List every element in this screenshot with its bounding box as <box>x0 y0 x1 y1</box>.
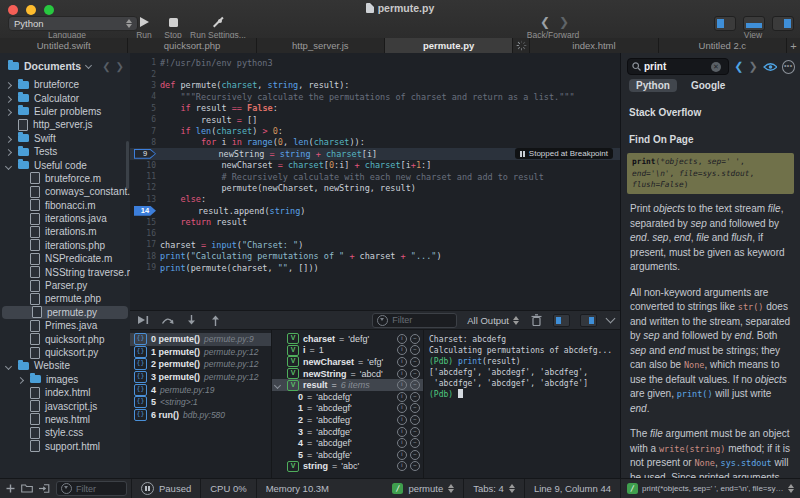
folder-calculator[interactable]: Calculator <box>0 91 130 104</box>
file-index-html[interactable]: index.html <box>0 386 130 399</box>
file-nsstring-traverse-m[interactable]: NSString traverse.m <box>0 265 130 278</box>
tab-untitled-swift[interactable]: Untitled.swift <box>0 38 128 53</box>
line-number-10[interactable]: 10 <box>130 161 160 170</box>
forward-button[interactable]: ❯ <box>559 15 569 29</box>
line-number-7[interactable]: 7 <box>130 127 160 136</box>
line-number-6[interactable]: 6 <box>130 115 160 124</box>
info-icon[interactable]: i <box>397 357 407 367</box>
line-number-17[interactable]: 17 <box>130 240 160 249</box>
file-quicksort-php[interactable]: quicksort.php <box>0 332 130 345</box>
stack-frame-4[interactable]: {}4permute.py:19 <box>130 383 271 396</box>
clear-search-icon[interactable]: ✕ <box>711 62 721 72</box>
chevron-right-icon[interactable] <box>4 93 13 104</box>
remove-icon[interactable]: − <box>410 450 420 460</box>
tab-untitled-2-c[interactable]: Untitled 2.c <box>659 38 787 53</box>
output-mode-select[interactable]: All Output <box>467 315 519 326</box>
remove-icon[interactable]: − <box>410 369 420 379</box>
new-folder-button[interactable] <box>21 484 33 493</box>
doc-search-field[interactable]: ✕ <box>627 58 729 75</box>
run-button[interactable] <box>136 15 152 29</box>
stack-frame-0[interactable]: {}0 permute()permute.py:9 <box>130 333 271 346</box>
continue-button[interactable] <box>136 313 150 327</box>
line-number-8[interactable]: 8 <box>130 138 160 147</box>
run-target-select[interactable]: ∕ permute <box>383 479 463 498</box>
chevron-right-icon[interactable] <box>16 374 25 385</box>
line-number-19[interactable]: 19 <box>130 263 160 272</box>
file-bruteforce-m[interactable]: bruteforce.m <box>0 172 130 185</box>
tab-stack-overflow[interactable]: Stack Overflow <box>629 106 701 119</box>
stack-frame-2[interactable]: {}2 permute()permute.py:12 <box>130 358 271 371</box>
file-javascript-js[interactable]: javascript.js <box>0 399 130 412</box>
file-iterations-m[interactable]: iterations.m <box>0 225 130 238</box>
info-icon[interactable]: i <box>397 345 407 355</box>
stack-frame-6[interactable]: {}6 run()bdb.py:580 <box>130 409 271 422</box>
doc-back-button[interactable]: ❮ <box>734 60 743 73</box>
info-icon[interactable]: i <box>397 369 407 379</box>
variable-3[interactable]: 3='abcdfge'i− <box>272 426 423 438</box>
step-out-button[interactable] <box>208 313 222 327</box>
variable-newstring[interactable]: VnewString='abcd'i− <box>272 368 423 380</box>
line-number-9[interactable]: 9 <box>130 149 157 159</box>
stop-button[interactable] <box>166 15 180 29</box>
info-icon[interactable]: i <box>397 450 407 460</box>
line-number-1[interactable]: 1 <box>130 58 160 67</box>
doc-forward-button[interactable]: ❯ <box>748 60 757 73</box>
variable-1[interactable]: 1='abcdegf'i− <box>272 403 423 415</box>
file-parser-py[interactable]: Parser.py <box>0 279 130 292</box>
step-into-button[interactable] <box>184 313 198 327</box>
line-number-2[interactable]: 2 <box>130 70 160 79</box>
stack-frame-3[interactable]: {}3 permute()permute.py:12 <box>130 371 271 384</box>
line-number-18[interactable]: 18 <box>130 252 160 261</box>
add-file-button[interactable] <box>6 484 15 493</box>
line-number-11[interactable]: 11 <box>130 172 160 181</box>
file-quicksort-py[interactable]: quicksort.py <box>0 346 130 359</box>
variable-2[interactable]: 2='abcdfeg'i− <box>272 414 423 426</box>
sidebar-scrollbar[interactable] <box>126 141 129 189</box>
console-filter-input[interactable] <box>392 315 452 325</box>
file-permute-py[interactable]: permute.py <box>2 306 128 319</box>
language-select[interactable]: Python <box>8 16 138 31</box>
tab-index-html[interactable]: index.html <box>530 38 658 53</box>
sidebar-forward-icon[interactable]: ❯ <box>116 61 124 72</box>
more-options-button[interactable]: ••• <box>782 60 795 74</box>
line-number-14[interactable]: 14 <box>130 206 157 216</box>
variable-0[interactable]: 0='abcdefg'i− <box>272 391 423 403</box>
tab-http-server-js[interactable]: http_server.js <box>257 38 385 53</box>
remove-icon[interactable]: − <box>410 380 420 390</box>
variable-5[interactable]: 5='abcdgfe'i− <box>272 449 423 461</box>
file-iterations-java[interactable]: iterations.java <box>0 212 130 225</box>
remove-icon[interactable]: − <box>410 357 420 367</box>
line-number-15[interactable]: 15 <box>130 218 160 227</box>
folder-tests[interactable]: Tests <box>0 145 130 158</box>
remove-icon[interactable]: − <box>410 403 420 413</box>
tab-find-on-page[interactable]: Find On Page <box>629 133 792 146</box>
remove-icon[interactable]: − <box>410 461 420 471</box>
import-file-button[interactable] <box>39 484 50 493</box>
remove-icon[interactable]: − <box>410 392 420 402</box>
chevron-down-icon[interactable] <box>4 360 13 371</box>
line-number-3[interactable]: 3 <box>130 81 160 90</box>
run-settings-button[interactable] <box>210 15 226 29</box>
doc-search-input[interactable] <box>644 61 708 72</box>
line-number-16[interactable]: 16 <box>130 229 160 238</box>
step-over-button[interactable] <box>160 313 174 327</box>
console-filter-field[interactable] <box>372 313 457 328</box>
stack-frame-1[interactable]: {}1 permute()permute.py:12 <box>130 346 271 359</box>
file-iterations-php[interactable]: iterations.php <box>0 239 130 252</box>
line-number-13[interactable]: 13 <box>130 195 160 204</box>
info-icon[interactable]: i <box>397 334 407 344</box>
remove-icon[interactable]: − <box>410 415 420 425</box>
clear-console-button[interactable] <box>529 313 543 327</box>
info-icon[interactable]: i <box>397 415 407 425</box>
file-style-css[interactable]: style.css <box>0 426 130 439</box>
info-icon[interactable]: i <box>397 403 407 413</box>
tab-size-select[interactable]: Tabs: 4 <box>463 479 524 498</box>
variable-4[interactable]: 4='abcdgef'i− <box>272 437 423 449</box>
back-button[interactable]: ❮ <box>540 15 550 29</box>
chevron-right-icon[interactable] <box>4 79 13 90</box>
sidebar-header[interactable]: Documents ❮ ❯ <box>0 53 130 76</box>
toggle-debug-right-pane-button[interactable] <box>580 314 597 327</box>
variable-result[interactable]: Vresult=6 itemsi− <box>272 379 423 391</box>
toggle-console-panel-button[interactable] <box>743 16 765 31</box>
stack-frame-5[interactable]: {}5<string>:1 <box>130 396 271 409</box>
